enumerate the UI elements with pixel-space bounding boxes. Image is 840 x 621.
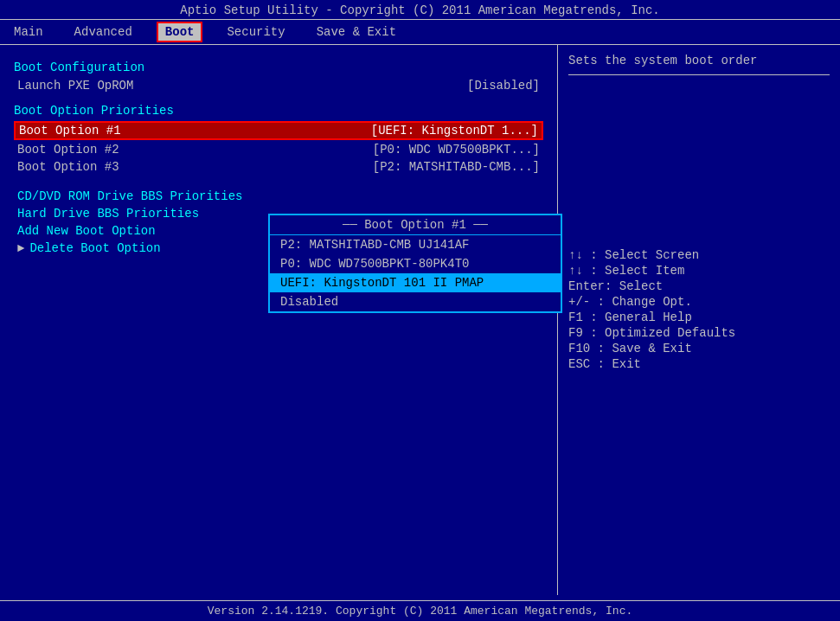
boot-opt-3-label: Boot Option #3 xyxy=(17,160,119,174)
key-hint-f9: F9 : Optimized Defaults xyxy=(568,326,830,340)
menu-item-advanced[interactable]: Advanced xyxy=(67,23,139,41)
key-hint-esc: ESC : Exit xyxy=(568,357,830,371)
key-hint-f10: F10 : Save & Exit xyxy=(568,342,830,355)
title-bar: Aptio Setup Utility - Copyright (C) 2011… xyxy=(0,0,840,19)
hdd-bbs-label: Hard Drive BBS Priorities xyxy=(17,207,199,221)
boot-opt-3-value: [P2: MATSHITABD-CMB...] xyxy=(373,160,540,174)
title-text: Aptio Setup Utility - Copyright (C) 2011… xyxy=(180,3,660,17)
boot-opt-1-row[interactable]: Boot Option #1 [UEFI: KingstonDT 1...] xyxy=(14,121,543,140)
popup-title: ── Boot Option #1 ── xyxy=(270,215,561,235)
popup-item-disabled[interactable]: Disabled xyxy=(270,292,561,311)
key-hint-enter: Enter: Select xyxy=(568,279,830,293)
boot-opt-2-row[interactable]: Boot Option #2 [P0: WDC WD7500BPKT...] xyxy=(14,142,543,157)
status-bar: Version 2.14.1219. Copyright (C) 2011 Am… xyxy=(0,600,840,621)
popup-item-wdc[interactable]: P0: WDC WD7500BPKT-80PK4T0 xyxy=(270,254,561,273)
launch-pxe-row[interactable]: Launch PXE OpROM [Disabled] xyxy=(14,78,543,93)
boot-opt-1-label: Boot Option #1 xyxy=(19,124,121,138)
menu-item-security[interactable]: Security xyxy=(220,23,292,41)
left-panel: Boot Configuration Launch PXE OpROM [Dis… xyxy=(0,45,558,595)
add-boot-label: Add New Boot Option xyxy=(17,224,156,238)
help-text: Sets the system boot order xyxy=(568,54,830,67)
main-content: Boot Configuration Launch PXE OpROM [Dis… xyxy=(0,45,840,595)
boot-opt-1-value: [UEFI: KingstonDT 1...] xyxy=(371,124,538,138)
key-hint-screen: ↑↓ : Select Screen xyxy=(568,248,830,262)
popup-item-uefi[interactable]: UEFI: KingstonDT 101 II PMAP xyxy=(270,273,561,292)
boot-opt-2-label: Boot Option #2 xyxy=(17,143,119,157)
boot-opt-2-value: [P0: WDC WD7500BPKT...] xyxy=(373,143,540,157)
key-hint-item: ↑↓ : Select Item xyxy=(568,264,830,278)
delete-boot-label: Delete Boot Option xyxy=(29,241,160,255)
menu-item-boot[interactable]: Boot xyxy=(157,22,203,42)
delete-boot-arrow: ► xyxy=(17,241,24,255)
status-text: Version 2.14.1219. Copyright (C) 2011 Am… xyxy=(208,605,632,618)
launch-pxe-value: [Disabled] xyxy=(467,79,540,93)
popup-item-matshita[interactable]: P2: MATSHITABD-CMB UJ141AF xyxy=(270,235,561,254)
cd-dvd-bbs-label: CD/DVD ROM Drive BBS Priorities xyxy=(17,189,242,203)
right-divider xyxy=(568,74,830,75)
launch-pxe-label: Launch PXE OpROM xyxy=(17,79,133,93)
cd-dvd-bbs-link[interactable]: CD/DVD ROM Drive BBS Priorities xyxy=(14,189,543,204)
menu-item-save-exit[interactable]: Save & Exit xyxy=(310,23,403,41)
boot-config-title: Boot Configuration xyxy=(14,61,543,74)
key-hint-f1: F1 : General Help xyxy=(568,310,830,324)
boot-option-dropdown[interactable]: ── Boot Option #1 ── P2: MATSHITABD-CMB … xyxy=(268,214,562,313)
menu-item-main[interactable]: Main xyxy=(7,23,50,41)
menu-bar: MainAdvancedBootSecuritySave & Exit xyxy=(0,19,840,45)
boot-opt-3-row[interactable]: Boot Option #3 [P2: MATSHITABD-CMB...] xyxy=(14,159,543,175)
boot-priorities-title: Boot Option Priorities xyxy=(14,104,543,118)
key-hint-change: +/- : Change Opt. xyxy=(568,295,830,309)
right-panel: Sets the system boot order ↑↓ : Select S… xyxy=(558,45,840,595)
